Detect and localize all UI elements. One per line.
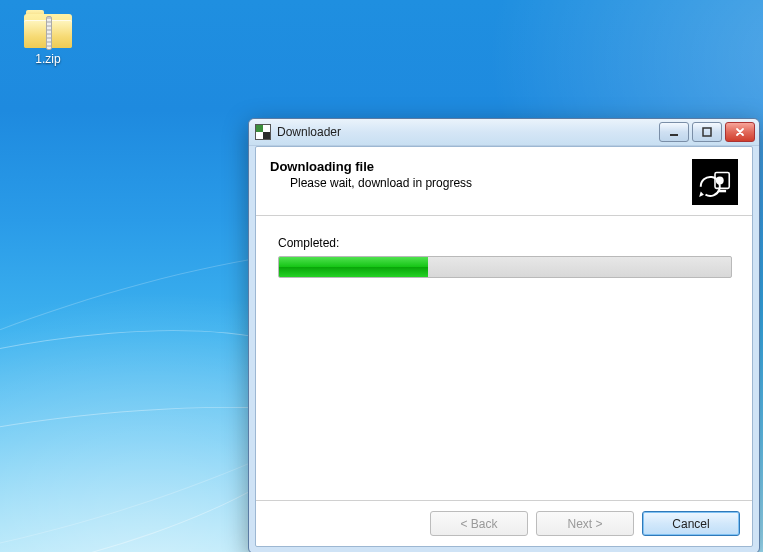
close-button[interactable] (725, 122, 755, 142)
wizard-footer: < Back Next > Cancel (256, 500, 752, 546)
desktop-icon-label: 1.zip (10, 52, 86, 66)
progress-fill (279, 257, 428, 277)
installer-icon (692, 159, 738, 205)
maximize-button[interactable] (692, 122, 722, 142)
progress-label: Completed: (278, 236, 730, 250)
minimize-button[interactable] (659, 122, 689, 142)
wizard-subheading: Please wait, download in progress (290, 176, 692, 190)
progress-bar (278, 256, 732, 278)
svg-rect-0 (670, 134, 678, 136)
wizard-header: Downloading file Please wait, download i… (256, 147, 752, 215)
window-controls (659, 122, 755, 142)
back-button[interactable]: < Back (430, 511, 528, 536)
wizard-body: Completed: (256, 216, 752, 500)
window-title: Downloader (277, 125, 659, 139)
svg-point-4 (716, 176, 724, 184)
titlebar[interactable]: Downloader (249, 119, 759, 146)
svg-rect-1 (703, 128, 711, 136)
downloader-window: Downloader Downloading file Please wait,… (248, 118, 760, 552)
client-area: Downloading file Please wait, download i… (255, 146, 753, 547)
next-button[interactable]: Next > (536, 511, 634, 536)
wizard-heading: Downloading file (270, 159, 692, 174)
desktop: 1.zip Downloader Downloading file (0, 0, 763, 552)
desktop-icon-zip[interactable]: 1.zip (10, 8, 86, 66)
app-icon (255, 124, 271, 140)
cancel-button[interactable]: Cancel (642, 511, 740, 536)
zip-folder-icon (24, 10, 72, 48)
